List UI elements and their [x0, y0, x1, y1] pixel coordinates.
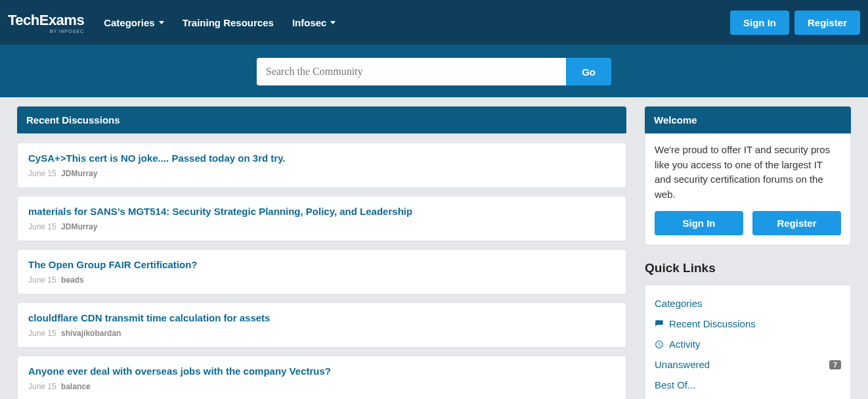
discussion-author[interactable]: JDMurray [61, 222, 97, 231]
discussion-card: clouldflare CDN transmit time calculatio… [17, 302, 626, 348]
nav-items: Categories Training Resources Infosec [104, 17, 730, 28]
recent-discussions-header: Recent Discussions [17, 106, 626, 133]
search-section: Go [0, 45, 868, 105]
discussion-meta: June 15 JDMurray [28, 169, 615, 178]
ql-best-of[interactable]: Best Of... [655, 375, 841, 395]
navbar: TechExams BY INFOSEC Categories Training… [0, 0, 868, 45]
comment-icon [655, 319, 664, 329]
nav-categories[interactable]: Categories [104, 17, 164, 28]
discussion-date: June 15 [28, 275, 56, 285]
chevron-down-icon [159, 21, 164, 24]
welcome-buttons: Sign In Register [655, 211, 841, 235]
discussion-title[interactable]: CySA+>This cert is NO joke.... Passed to… [28, 153, 615, 164]
sidebar-register-button[interactable]: Register [752, 211, 841, 235]
discussion-date: June 15 [28, 382, 56, 391]
quick-links-title: Quick Links [645, 261, 851, 275]
ql-label: Categories [655, 298, 703, 309]
discussion-author[interactable]: beads [61, 275, 84, 285]
main-column: Recent Discussions CySA+>This cert is NO… [17, 106, 626, 399]
nav-buttons: Sign In Register [730, 11, 860, 35]
discussion-meta: June 15 JDMurray [28, 222, 615, 231]
discussion-date: June 15 [28, 169, 56, 178]
ql-categories[interactable]: Categories [655, 293, 841, 314]
sidebar: Welcome We're proud to offer IT and secu… [645, 106, 851, 399]
discussion-card: CySA+>This cert is NO joke.... Passed to… [17, 143, 626, 188]
chevron-down-icon [330, 21, 336, 24]
discussion-title[interactable]: Anyone ever deal with overseas jobs with… [28, 365, 615, 377]
discussion-card: materials for SANS's MGT514: Security St… [17, 196, 626, 241]
unanswered-count-badge: 7 [829, 360, 841, 369]
nav-infosec-label: Infosec [292, 17, 327, 28]
page-body: Recent Discussions CySA+>This cert is NO… [0, 97, 868, 399]
nav-training[interactable]: Training Resources [183, 17, 274, 28]
logo[interactable]: TechExams BY INFOSEC [8, 12, 84, 34]
ql-label: Best Of... [655, 379, 696, 390]
discussion-list: CySA+>This cert is NO joke.... Passed to… [17, 143, 626, 399]
discussion-title[interactable]: clouldflare CDN transmit time calculatio… [28, 312, 615, 323]
search-input[interactable] [257, 58, 566, 85]
discussion-card: The Open Group FAIR Certification? June … [17, 249, 626, 294]
nav-infosec[interactable]: Infosec [292, 17, 336, 28]
discussion-meta: June 15 balance [28, 382, 615, 391]
register-button[interactable]: Register [794, 11, 860, 35]
ql-label: Recent Discussions [669, 318, 756, 329]
ql-label: Unanswered [655, 359, 710, 370]
quick-links-box: Categories Recent Discussions Activity [645, 285, 851, 399]
discussion-author[interactable]: shivajikobardan [61, 329, 121, 338]
discussion-author[interactable]: JDMurray [61, 169, 97, 178]
logo-subtext: BY INFOSEC [8, 29, 84, 34]
welcome-body: We're proud to offer IT and security pro… [645, 133, 851, 245]
nav-categories-label: Categories [104, 17, 155, 28]
logo-text: TechExams [8, 12, 84, 29]
search-button[interactable]: Go [566, 58, 611, 85]
search-form: Go [257, 58, 611, 85]
discussion-card: Anyone ever deal with overseas jobs with… [17, 356, 626, 399]
ql-groups[interactable]: Groups [655, 395, 841, 399]
ql-label: Activity [669, 339, 701, 350]
nav-training-label: Training Resources [183, 17, 274, 28]
discussion-meta: June 15 beads [28, 275, 615, 285]
discussion-meta: June 15 shivajikobardan [28, 329, 615, 338]
welcome-header: Welcome [645, 106, 851, 133]
discussion-title[interactable]: materials for SANS's MGT514: Security St… [28, 206, 615, 217]
ql-recent-discussions[interactable]: Recent Discussions [655, 314, 841, 334]
discussion-author[interactable]: balance [61, 382, 91, 391]
ql-unanswered[interactable]: Unanswered 7 [655, 354, 841, 375]
discussion-date: June 15 [28, 329, 56, 338]
container: Recent Discussions CySA+>This cert is NO… [8, 97, 860, 399]
sign-in-button[interactable]: Sign In [730, 11, 789, 35]
clock-icon [655, 340, 664, 349]
ql-activity[interactable]: Activity [655, 334, 841, 354]
welcome-text: We're proud to offer IT and security pro… [655, 143, 841, 202]
discussion-title[interactable]: The Open Group FAIR Certification? [28, 259, 615, 270]
discussion-date: June 15 [28, 222, 56, 231]
sidebar-sign-in-button[interactable]: Sign In [655, 211, 743, 235]
